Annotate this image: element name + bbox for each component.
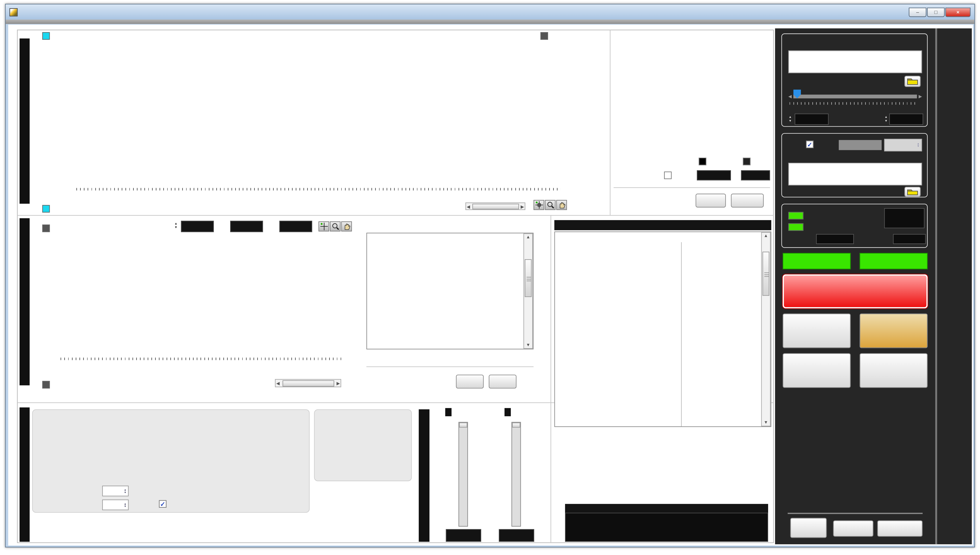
title-bar[interactable]: – □ × <box>6 5 974 19</box>
auto-ready-button[interactable] <box>782 313 851 348</box>
cursor-view-checkbox[interactable] <box>664 172 672 179</box>
connect-button[interactable] <box>833 520 873 537</box>
message-title <box>565 504 768 513</box>
crosshair-tool-icon[interactable] <box>533 200 545 210</box>
save-path-browse-button[interactable] <box>904 187 921 197</box>
auto-stop-button[interactable] <box>860 353 928 388</box>
load-gauge-ticks <box>493 424 509 524</box>
pcs-soc-spinner[interactable]: ▲▼ <box>102 486 129 497</box>
profile-save-button[interactable] <box>489 375 516 388</box>
data-save-group: ✓ ▲▼ <box>781 133 928 197</box>
pan-hand-tool-icon[interactable] <box>556 200 567 210</box>
close-button[interactable]: × <box>945 7 970 17</box>
source-total-value <box>446 529 481 542</box>
command-panel <box>314 409 412 481</box>
load-gauge-title <box>504 408 511 416</box>
ees-soc-spinner[interactable]: ▲▼ <box>102 500 129 510</box>
load-gauge[interactable] <box>511 422 521 527</box>
message-body <box>565 513 768 542</box>
source-gauge-title <box>445 408 452 416</box>
run-indicator[interactable] <box>860 253 928 269</box>
emergency-stop-button[interactable] <box>782 274 928 308</box>
state-group <box>781 204 928 248</box>
meas-chart-scrollbar[interactable]: ◀ ▶ <box>465 202 525 210</box>
load-y-auto-checkbox[interactable] <box>42 225 50 232</box>
power-combination-panel: ▲▼ ▲▼ ✓ <box>32 409 310 513</box>
meas-y1-ticks <box>51 43 74 187</box>
step-time-value <box>816 234 854 244</box>
section-divider-1 <box>17 215 774 216</box>
power-panel-strip <box>19 407 30 542</box>
comm-set-button[interactable] <box>790 518 827 538</box>
section-divider-4 <box>551 215 551 543</box>
cursor-x-value <box>697 170 731 180</box>
save-path-input[interactable] <box>788 163 922 185</box>
load-x-auto-checkbox[interactable] <box>42 381 50 388</box>
y1-auto-checkbox[interactable] <box>42 32 50 40</box>
graph-measurement-button[interactable] <box>860 313 928 348</box>
battery-mode-checkbox[interactable]: ✓ <box>159 500 166 507</box>
graph-config-open-button[interactable] <box>696 194 726 208</box>
total-data-strip <box>419 409 429 542</box>
y2-auto-checkbox[interactable] <box>540 32 548 40</box>
load-crosshair-tool-icon[interactable] <box>318 221 329 231</box>
start-time-state-value <box>884 208 924 228</box>
load-panel-strip <box>19 218 30 385</box>
load-pan-hand-tool-icon[interactable] <box>341 221 352 231</box>
interval-label <box>839 140 882 150</box>
save-checkbox[interactable]: ✓ <box>806 141 813 148</box>
disconnect-button[interactable] <box>877 520 922 537</box>
load-chart-scrollbar[interactable]: ◀ ▶ <box>275 379 341 387</box>
zoom-tool-icon[interactable] <box>545 200 556 210</box>
alarm-status-area <box>552 435 773 513</box>
load-zoom-tool-icon[interactable] <box>330 221 341 231</box>
event-log-scrollbar[interactable]: ▲ ▼ <box>761 232 771 426</box>
minimize-button[interactable]: – <box>909 7 926 17</box>
background-color-swatch[interactable] <box>699 158 706 165</box>
meas-panel-strip <box>19 38 30 204</box>
ready-indicator[interactable] <box>782 253 851 269</box>
app-window: – □ × <box>5 4 975 547</box>
load-y-ticks <box>34 237 59 357</box>
comm-status-items <box>778 403 933 510</box>
interval-spinner: ▲▼ <box>884 139 922 151</box>
save-state-led <box>788 223 803 231</box>
source-gauge[interactable] <box>458 422 468 527</box>
end-time-input[interactable] <box>889 114 923 125</box>
start-time-input[interactable] <box>795 114 829 125</box>
pv-value <box>280 221 312 232</box>
grid-color-swatch[interactable] <box>743 158 750 165</box>
remain-time-value <box>893 234 926 244</box>
load-chart[interactable] <box>61 237 341 357</box>
cursor-y-value <box>741 170 770 180</box>
right-panel-backdrop: ◀ ▶ ▲▼ ▲▼ ✓ <box>775 28 972 544</box>
sv-value <box>230 221 263 232</box>
meas-state-led <box>788 212 803 220</box>
graph-config-save-button[interactable] <box>731 194 764 208</box>
side-title-strip <box>938 28 972 544</box>
app-icon <box>10 8 18 16</box>
meas-x-auto-checkbox[interactable] <box>42 205 50 212</box>
meas-y2-ticks <box>563 43 578 187</box>
window-menustrip <box>6 19 974 24</box>
load-total-value <box>499 529 534 542</box>
load-x-minor-ticks <box>61 358 341 360</box>
analysis-data-group: ◀ ▶ ▲▼ ▲▼ <box>781 34 928 127</box>
event-log-table[interactable]: ▲ ▼ <box>554 231 771 427</box>
x-scale-slider[interactable]: ◀ ▶ <box>788 92 922 101</box>
measurement-chart[interactable] <box>76 43 561 187</box>
auto-start-button[interactable] <box>782 353 851 388</box>
event-log-title <box>554 220 771 230</box>
control-panel: ◀ ▶ ▲▼ ▲▼ ✓ <box>778 28 933 544</box>
profile-table-scrollbar[interactable]: ▲ ▼ <box>524 233 533 349</box>
maximize-button[interactable]: □ <box>927 7 945 17</box>
profile-open-button[interactable] <box>456 375 484 388</box>
sv-cmd-value[interactable] <box>181 221 214 232</box>
data-path-input[interactable] <box>788 50 922 73</box>
meas-x-minor-ticks <box>76 188 561 191</box>
power-profile-table[interactable]: ▲ ▼ <box>366 233 533 350</box>
data-path-browse-button[interactable] <box>904 75 921 87</box>
load-x-ticks <box>61 361 341 367</box>
meas-x-ticks <box>76 191 561 197</box>
section-divider-3 <box>610 30 610 215</box>
